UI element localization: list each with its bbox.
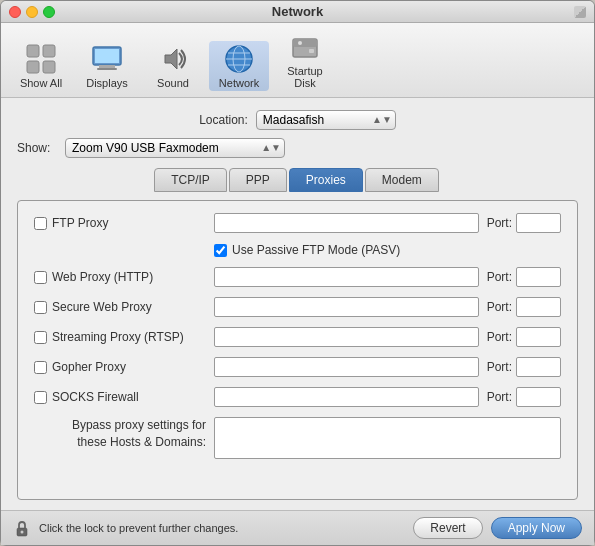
- show-label: Show:: [17, 141, 57, 155]
- svg-rect-2: [27, 61, 39, 73]
- secure-web-proxy-row: Secure Web Proxy Port:: [34, 297, 561, 317]
- revert-button[interactable]: Revert: [413, 517, 482, 539]
- socks-input[interactable]: [214, 387, 479, 407]
- svg-point-17: [298, 41, 302, 45]
- tab-proxies[interactable]: Proxies: [289, 168, 363, 192]
- titlebar: Network: [1, 1, 594, 23]
- web-proxy-input[interactable]: [214, 267, 479, 287]
- minimize-button[interactable]: [26, 6, 38, 18]
- streaming-port-input[interactable]: [516, 327, 561, 347]
- svg-rect-7: [95, 49, 119, 63]
- secure-web-proxy-checkbox[interactable]: [34, 301, 47, 314]
- streaming-proxy-checkbox[interactable]: [34, 331, 47, 344]
- toolbar-label-network: Network: [219, 77, 259, 89]
- lock-text: Click the lock to prevent further change…: [39, 522, 405, 534]
- lock-icon[interactable]: [13, 519, 31, 537]
- window-title: Network: [1, 4, 594, 19]
- web-port-label: Port:: [487, 270, 512, 284]
- ftp-proxy-input[interactable]: [214, 213, 479, 233]
- location-select[interactable]: Madasafish Home Work: [256, 110, 396, 130]
- web-port-input[interactable]: [516, 267, 561, 287]
- pasv-checkbox[interactable]: [214, 244, 227, 257]
- ftp-proxy-label[interactable]: FTP Proxy: [34, 216, 214, 230]
- bypass-textarea[interactable]: [214, 417, 561, 459]
- svg-rect-6: [97, 68, 117, 70]
- secure-web-port-input[interactable]: [516, 297, 561, 317]
- show-row: Show: Zoom V90 USB Faxmodem Built-in Eth…: [17, 138, 578, 158]
- secure-web-proxy-label[interactable]: Secure Web Proxy: [34, 300, 214, 314]
- toolbar-item-displays[interactable]: Displays: [77, 41, 137, 91]
- svg-point-19: [21, 531, 24, 534]
- secure-web-port-label: Port:: [487, 300, 512, 314]
- toolbar-item-sound[interactable]: Sound: [143, 41, 203, 91]
- svg-rect-15: [293, 39, 317, 47]
- web-proxy-label[interactable]: Web Proxy (HTTP): [34, 270, 214, 284]
- socks-port-input[interactable]: [516, 387, 561, 407]
- speaker-icon: [157, 43, 189, 75]
- monitor-icon: [91, 43, 123, 75]
- streaming-port-label: Port:: [487, 330, 512, 344]
- ftp-port-input[interactable]: [516, 213, 561, 233]
- tabs-container: TCP/IP PPP Proxies Modem: [17, 168, 578, 192]
- location-select-wrapper: Madasafish Home Work ▲▼: [256, 110, 396, 130]
- svg-rect-3: [43, 61, 55, 73]
- window: Network Show All: [0, 0, 595, 546]
- resize-button[interactable]: [574, 6, 586, 18]
- toolbar-item-network[interactable]: Network: [209, 41, 269, 91]
- toolbar-label-displays: Displays: [86, 77, 128, 89]
- tab-ppp[interactable]: PPP: [229, 168, 287, 192]
- pasv-row: Use Passive FTP Mode (PASV): [34, 243, 561, 257]
- socks-label[interactable]: SOCKS Firewall: [34, 390, 214, 404]
- gopher-port-input[interactable]: [516, 357, 561, 377]
- web-proxy-checkbox[interactable]: [34, 271, 47, 284]
- show-select[interactable]: Zoom V90 USB Faxmodem Built-in Ethernet …: [65, 138, 285, 158]
- toolbar-label-sound: Sound: [157, 77, 189, 89]
- show-select-wrapper: Zoom V90 USB Faxmodem Built-in Ethernet …: [65, 138, 285, 158]
- gopher-proxy-checkbox[interactable]: [34, 361, 47, 374]
- ftp-port-label: Port:: [487, 216, 512, 230]
- tab-modem[interactable]: Modem: [365, 168, 439, 192]
- bypass-label: Bypass proxy settings forthese Hosts & D…: [34, 417, 214, 451]
- web-proxy-row: Web Proxy (HTTP) Port:: [34, 267, 561, 287]
- svg-rect-5: [99, 65, 115, 68]
- main-content: Location: Madasafish Home Work ▲▼ Show: …: [1, 98, 594, 510]
- socks-checkbox[interactable]: [34, 391, 47, 404]
- ftp-proxy-checkbox[interactable]: [34, 217, 47, 230]
- toolbar-item-show-all[interactable]: Show All: [11, 41, 71, 91]
- gopher-proxy-input[interactable]: [214, 357, 479, 377]
- disk-icon: [289, 31, 321, 63]
- socks-row: SOCKS Firewall Port:: [34, 387, 561, 407]
- maximize-button[interactable]: [43, 6, 55, 18]
- toolbar-label-startup-disk: Startup Disk: [277, 65, 333, 89]
- traffic-lights: [9, 6, 55, 18]
- toolbar: Show All Displays: [1, 23, 594, 98]
- globe-icon: [223, 43, 255, 75]
- grid-icon: [25, 43, 57, 75]
- svg-rect-0: [27, 45, 39, 57]
- tab-tcpip[interactable]: TCP/IP: [154, 168, 227, 192]
- streaming-proxy-label[interactable]: Streaming Proxy (RTSP): [34, 330, 214, 344]
- toolbar-item-startup-disk[interactable]: Startup Disk: [275, 29, 335, 91]
- location-row: Location: Madasafish Home Work ▲▼: [17, 110, 578, 130]
- streaming-proxy-row: Streaming Proxy (RTSP) Port:: [34, 327, 561, 347]
- svg-marker-8: [165, 49, 177, 69]
- toolbar-label-show-all: Show All: [20, 77, 62, 89]
- proxies-panel: FTP Proxy Port: Use Passive FTP Mode (PA…: [17, 200, 578, 500]
- bottom-bar: Click the lock to prevent further change…: [1, 510, 594, 545]
- gopher-port-label: Port:: [487, 360, 512, 374]
- close-button[interactable]: [9, 6, 21, 18]
- apply-now-button[interactable]: Apply Now: [491, 517, 582, 539]
- secure-web-proxy-input[interactable]: [214, 297, 479, 317]
- ftp-proxy-row: FTP Proxy Port:: [34, 213, 561, 233]
- svg-rect-1: [43, 45, 55, 57]
- location-label: Location:: [199, 113, 248, 127]
- streaming-proxy-input[interactable]: [214, 327, 479, 347]
- gopher-proxy-row: Gopher Proxy Port:: [34, 357, 561, 377]
- socks-port-label: Port:: [487, 390, 512, 404]
- bypass-row: Bypass proxy settings forthese Hosts & D…: [34, 417, 561, 459]
- gopher-proxy-label[interactable]: Gopher Proxy: [34, 360, 214, 374]
- svg-rect-16: [309, 49, 314, 53]
- pasv-label[interactable]: Use Passive FTP Mode (PASV): [214, 243, 400, 257]
